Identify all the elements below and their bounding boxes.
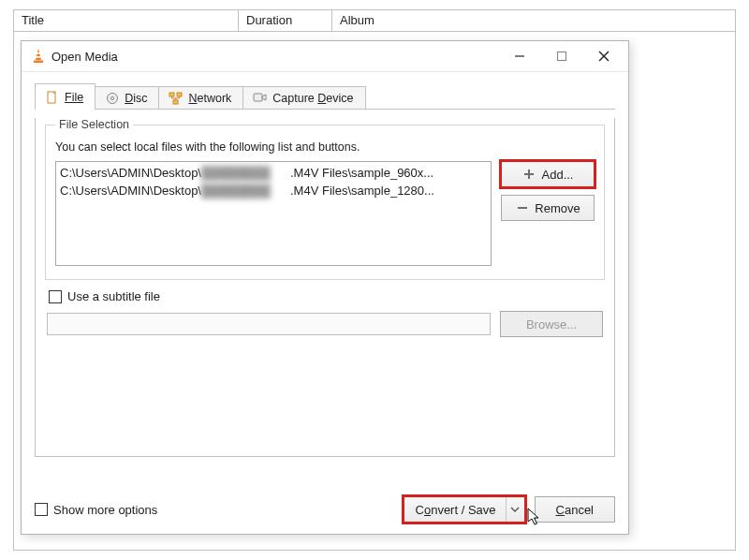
file-list[interactable]: C:\Users\ADMIN\Desktop\████████.M4V File… bbox=[55, 161, 492, 266]
tab-network[interactable]: Network bbox=[158, 86, 243, 110]
svg-rect-1 bbox=[35, 56, 41, 58]
chevron-down-icon[interactable] bbox=[506, 497, 524, 522]
titlebar[interactable]: Open Media bbox=[22, 41, 628, 71]
plus-icon bbox=[522, 168, 536, 182]
playlist-header: Title Duration Album bbox=[13, 9, 736, 32]
open-media-dialog: Open Media File bbox=[21, 40, 629, 535]
col-title[interactable]: Title bbox=[14, 10, 239, 31]
remove-button[interactable]: Remove bbox=[501, 195, 595, 221]
tab-network-label: Network bbox=[188, 92, 231, 105]
minus-icon bbox=[515, 201, 529, 215]
svg-rect-0 bbox=[36, 52, 40, 54]
capture-icon bbox=[253, 91, 267, 105]
use-subtitle-label[interactable]: Use a subtitle file bbox=[67, 289, 160, 303]
browse-button-label: Browse... bbox=[526, 317, 577, 332]
convert-save-button[interactable]: Convert / Save bbox=[404, 496, 525, 523]
add-button-label: Add... bbox=[542, 168, 574, 182]
minimize-button[interactable] bbox=[498, 42, 540, 70]
file-selection-group: File Selection You can select local file… bbox=[45, 118, 605, 280]
tab-disc[interactable]: Disc bbox=[95, 86, 159, 110]
tab-capture-device[interactable]: Capture Device bbox=[242, 86, 365, 110]
use-subtitle-checkbox[interactable] bbox=[49, 290, 62, 303]
subtitle-path-input[interactable] bbox=[47, 313, 491, 335]
close-button[interactable] bbox=[582, 42, 624, 70]
network-icon bbox=[169, 91, 183, 105]
cancel-label: Cancel bbox=[556, 503, 594, 517]
remove-button-label: Remove bbox=[535, 201, 580, 215]
cancel-button[interactable]: Cancel bbox=[535, 496, 615, 523]
browse-button[interactable]: Browse... bbox=[500, 311, 603, 337]
convert-save-label: Convert / Save bbox=[404, 503, 506, 517]
svg-rect-11 bbox=[177, 93, 182, 96]
svg-rect-13 bbox=[254, 94, 262, 101]
file-selection-legend: File Selection bbox=[55, 118, 133, 131]
show-more-options-label[interactable]: Show more options bbox=[53, 503, 157, 517]
svg-rect-12 bbox=[173, 100, 178, 104]
svg-rect-2 bbox=[34, 61, 43, 64]
tab-disc-label: Disc bbox=[125, 92, 147, 105]
tab-file[interactable]: File bbox=[35, 83, 95, 110]
dialog-title: Open Media bbox=[51, 50, 118, 64]
media-tabs: File Disc Network Capture Device bbox=[35, 83, 615, 110]
disc-icon bbox=[105, 91, 119, 105]
vlc-cone-icon bbox=[31, 50, 45, 64]
file-selection-hint: You can select local files with the foll… bbox=[55, 140, 595, 154]
col-duration[interactable]: Duration bbox=[239, 10, 332, 31]
file-icon bbox=[45, 90, 59, 104]
svg-rect-4 bbox=[557, 52, 565, 61]
col-album[interactable]: Album bbox=[332, 10, 735, 31]
show-more-options-checkbox[interactable] bbox=[35, 503, 48, 516]
tab-capture-label: Capture Device bbox=[272, 92, 353, 105]
svg-point-9 bbox=[110, 96, 113, 99]
svg-rect-10 bbox=[169, 93, 174, 96]
maximize-button[interactable] bbox=[540, 42, 582, 70]
file-list-item[interactable]: C:\Users\ADMIN\Desktop\████████.M4V File… bbox=[60, 182, 487, 199]
add-button[interactable]: Add... bbox=[501, 161, 595, 187]
file-list-item[interactable]: C:\Users\ADMIN\Desktop\████████.M4V File… bbox=[60, 164, 487, 182]
tab-file-label: File bbox=[65, 91, 83, 104]
